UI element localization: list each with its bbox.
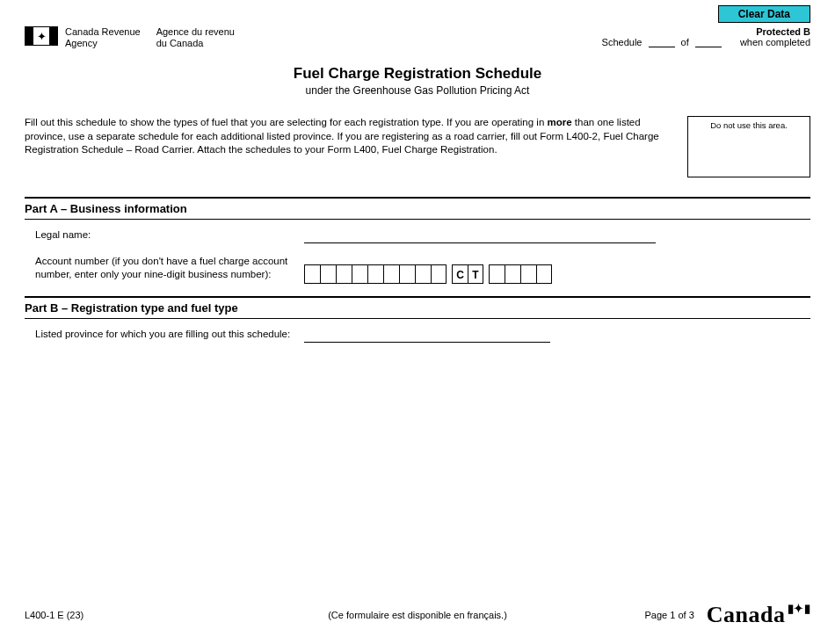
title-block: Fuel Charge Registration Schedule under … bbox=[25, 65, 810, 97]
canada-flag-icon: ✦ bbox=[25, 26, 58, 46]
part-b-heading: Part B – Registration type and fuel type bbox=[25, 301, 810, 319]
divider bbox=[25, 197, 810, 199]
acct-suffix-digit[interactable] bbox=[489, 264, 505, 284]
canada-wordmark: Canada▮✦▮ bbox=[707, 602, 810, 628]
agency-name-en: Canada Revenue Agency bbox=[65, 26, 141, 49]
divider bbox=[25, 296, 810, 298]
page: Clear Data ✦ Canada Revenue Agency Agenc… bbox=[0, 0, 835, 644]
acct-digit[interactable] bbox=[352, 264, 367, 284]
legal-name-input[interactable] bbox=[304, 228, 656, 243]
listed-province-label: Listed province for which you are fillin… bbox=[25, 328, 299, 341]
intro-more: more bbox=[548, 117, 572, 127]
acct-digit[interactable] bbox=[383, 264, 399, 284]
acct-suffix-digit[interactable] bbox=[520, 264, 536, 284]
acct-digit[interactable] bbox=[320, 264, 336, 284]
account-number-label: Account number (if you don't have a fuel… bbox=[25, 255, 299, 281]
agency-fr-line1: Agence du revenu bbox=[156, 26, 235, 38]
canada-wordmark-text: Canada bbox=[707, 602, 786, 628]
footer: L400-1 E (23) (Ce formulaire est disponi… bbox=[25, 602, 810, 628]
acct-fixed-c: C bbox=[452, 264, 468, 284]
part-a-heading: Part A – Business information bbox=[25, 202, 810, 220]
instruction-text: Fill out this schedule to show the types… bbox=[25, 116, 687, 157]
intro-pre: Fill out this schedule to show the types… bbox=[25, 117, 548, 127]
acct-digit[interactable] bbox=[336, 264, 352, 284]
schedule-label: Schedule bbox=[602, 37, 643, 47]
acct-digit[interactable] bbox=[304, 264, 320, 284]
listed-province-input[interactable] bbox=[304, 328, 550, 343]
form-title: Fuel Charge Registration Schedule bbox=[25, 65, 810, 83]
header-right: Schedule of Protected B when completed bbox=[602, 26, 810, 47]
agency-en-line1: Canada Revenue bbox=[65, 26, 141, 38]
acct-suffix-digit[interactable] bbox=[505, 264, 520, 284]
schedule-number-field[interactable] bbox=[649, 36, 675, 47]
acct-suffix-digit[interactable] bbox=[536, 264, 552, 284]
of-label: of bbox=[681, 37, 689, 47]
form-code: L400-1 E (23) bbox=[25, 610, 84, 620]
clear-data-button[interactable]: Clear Data bbox=[718, 5, 810, 23]
acct-digit[interactable] bbox=[399, 264, 415, 284]
protected-b-label: Protected B bbox=[756, 26, 810, 37]
acct-digit[interactable] bbox=[415, 264, 431, 284]
do-not-use-area: Do not use this area. bbox=[687, 116, 810, 177]
acct-fixed-t: T bbox=[468, 264, 483, 284]
acct-digit[interactable] bbox=[431, 264, 447, 284]
legal-name-label: Legal name: bbox=[25, 228, 299, 242]
acct-digit[interactable] bbox=[367, 264, 383, 284]
form-subtitle: under the Greenhouse Gas Pollution Prici… bbox=[25, 84, 810, 97]
account-number-input[interactable]: C T bbox=[304, 264, 552, 284]
agency-fr-line2: du Canada bbox=[156, 38, 235, 49]
agency-name-fr: Agence du revenu du Canada bbox=[156, 26, 235, 49]
page-number: Page 1 of 3 bbox=[645, 610, 694, 620]
canada-wordmark-flag-icon: ▮✦▮ bbox=[788, 602, 811, 616]
when-completed-label: when completed bbox=[740, 37, 810, 47]
agency-en-line2: Agency bbox=[65, 38, 141, 49]
header: ✦ Canada Revenue Agency Agence du revenu… bbox=[25, 26, 810, 49]
schedule-total-field[interactable] bbox=[695, 36, 722, 47]
